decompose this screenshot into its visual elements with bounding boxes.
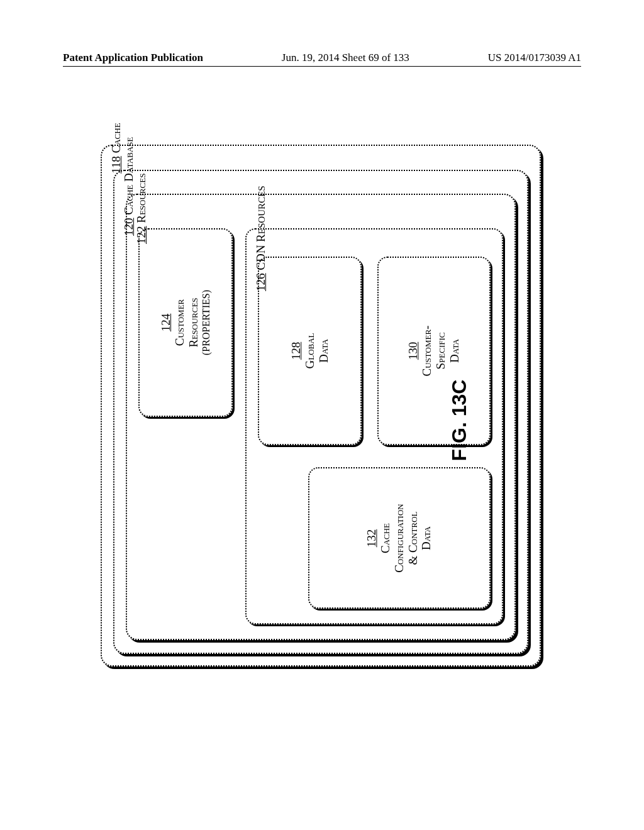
page-header: Patent Application Publication Jun. 19, … xyxy=(63,52,581,67)
header-center: Jun. 19, 2014 Sheet 69 of 133 xyxy=(282,52,409,64)
box-118-cache: 118 Cache 120 Cache Database 122 Resourc… xyxy=(101,145,541,667)
ref-128: 128 xyxy=(289,342,303,360)
name-122: Resources xyxy=(135,174,148,223)
diagram: 118 Cache 120 Cache Database 122 Resourc… xyxy=(101,145,541,667)
figure-caption-text: FIG. 13C xyxy=(448,380,470,462)
figure-caption: FIG. 13C xyxy=(448,380,471,462)
l130-2: Specific xyxy=(434,326,448,377)
label-124: 124 Customer Resources (properties) xyxy=(159,290,212,355)
label-118: 118 Cache xyxy=(109,123,123,174)
box-128-global-data: 128 Global Data xyxy=(258,257,362,445)
l130-1: Customer- xyxy=(420,326,434,377)
l132-3: & Control xyxy=(406,504,420,572)
l132-4: Data xyxy=(420,504,434,572)
l124-2: Resources xyxy=(187,290,201,355)
header-left: Patent Application Publication xyxy=(63,52,203,64)
label-130: 130 Customer- Specific Data xyxy=(406,326,461,377)
name-118: Cache xyxy=(109,123,123,153)
l128-1: Global xyxy=(303,333,317,368)
l124-3: (properties) xyxy=(201,290,212,355)
l132-2: Configuration xyxy=(392,504,406,572)
box-124-customer-resources: 124 Customer Resources (properties) xyxy=(138,228,233,417)
box-132-cache-config: 132 Cache Configuration & Control Data xyxy=(308,467,491,609)
box-130-customer-specific: 130 Customer- Specific Data xyxy=(377,257,491,445)
ref-132: 132 xyxy=(365,529,378,547)
label-128: 128 Global Data xyxy=(289,333,331,368)
l130-3: Data xyxy=(448,326,462,377)
l132-1: Cache xyxy=(379,504,392,572)
l128-2: Data xyxy=(316,333,330,368)
label-132: 132 Cache Configuration & Control Data xyxy=(365,504,433,572)
l124-1: Customer xyxy=(173,290,187,355)
header-right: US 2014/0173039 A1 xyxy=(488,52,581,64)
ref-124: 124 xyxy=(159,314,172,332)
ref-130: 130 xyxy=(406,342,419,360)
